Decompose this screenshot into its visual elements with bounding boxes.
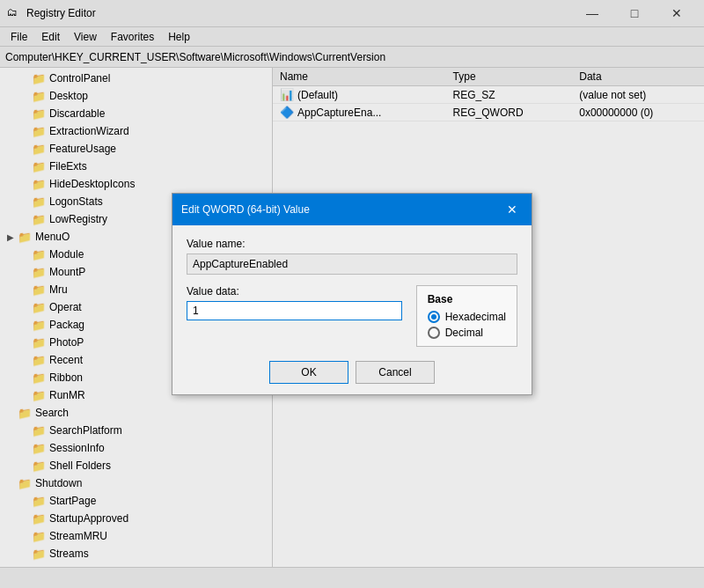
- dialog-close-button[interactable]: ✕: [502, 199, 523, 220]
- radio-hexadecimal[interactable]: Hexadecimal: [428, 311, 506, 323]
- dialog-title-bar: Edit QWORD (64-bit) Value ✕: [172, 194, 532, 225]
- ok-button[interactable]: OK: [269, 361, 348, 384]
- dialog-title: Edit QWORD (64-bit) Value: [181, 203, 310, 216]
- base-group: Base Hexadecimal Decimal: [416, 285, 517, 347]
- dialog-left: Value data:: [187, 285, 402, 320]
- dialog-overlay: Edit QWORD (64-bit) Value ✕ Value name: …: [0, 0, 704, 588]
- radio-group: Hexadecimal Decimal: [428, 311, 506, 339]
- cancel-button[interactable]: Cancel: [356, 361, 435, 384]
- radio-dec-circle: [428, 327, 440, 339]
- radio-dec-label: Decimal: [445, 327, 483, 339]
- radio-hex-circle: [428, 311, 440, 323]
- value-data-label: Value data:: [187, 285, 402, 298]
- radio-decimal[interactable]: Decimal: [428, 327, 506, 339]
- radio-hex-label: Hexadecimal: [445, 311, 506, 323]
- dialog-body: Value name: AppCaptureEnabled Value data…: [172, 225, 532, 394]
- value-name-display: AppCaptureEnabled: [187, 254, 517, 275]
- base-title: Base: [428, 293, 506, 305]
- dialog-row: Value data: Base Hexadecimal Decimal: [187, 285, 517, 347]
- dialog-buttons: OK Cancel: [187, 361, 517, 384]
- value-data-input[interactable]: [187, 301, 402, 320]
- value-name-label: Value name:: [187, 238, 517, 250]
- edit-qword-dialog: Edit QWORD (64-bit) Value ✕ Value name: …: [172, 193, 532, 395]
